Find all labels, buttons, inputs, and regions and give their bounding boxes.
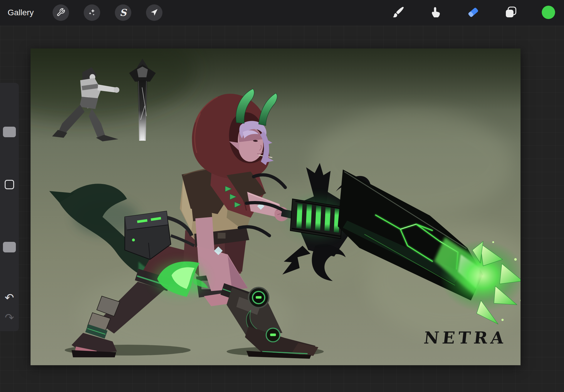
paintbrush-icon bbox=[391, 5, 405, 20]
artist-signature: NETRA bbox=[423, 328, 508, 348]
smudge-tool-button[interactable] bbox=[428, 5, 444, 21]
toolbar-right-group bbox=[390, 5, 556, 21]
brush-size-slider-handle[interactable] bbox=[3, 127, 16, 137]
transform-button[interactable] bbox=[146, 4, 162, 21]
signature-text: NETRA bbox=[423, 328, 508, 348]
layers-icon bbox=[504, 5, 518, 20]
eraser-icon bbox=[466, 5, 480, 20]
selection-s-icon: S bbox=[120, 8, 126, 17]
magic-wand-icon bbox=[88, 8, 96, 18]
brush-sidebar: ↶ ↷ bbox=[0, 83, 19, 331]
paint-tool-button[interactable] bbox=[390, 5, 406, 21]
adjustments-button[interactable] bbox=[84, 4, 100, 21]
painting-app-window: Gallery S bbox=[0, 0, 564, 392]
selection-button[interactable]: S bbox=[115, 4, 131, 21]
drawing-canvas[interactable]: NETRA bbox=[31, 48, 521, 365]
opacity-slider-handle[interactable] bbox=[3, 242, 16, 252]
undo-button[interactable]: ↶ bbox=[0, 291, 19, 304]
layers-button[interactable] bbox=[503, 5, 519, 21]
modify-button[interactable] bbox=[5, 180, 14, 189]
color-button[interactable] bbox=[540, 5, 556, 21]
erase-tool-button[interactable] bbox=[465, 5, 481, 21]
wrench-icon bbox=[56, 8, 65, 18]
smudge-finger-icon bbox=[429, 6, 442, 20]
color-swatch-circle bbox=[541, 5, 556, 21]
toolbar-left-group: Gallery S bbox=[8, 4, 162, 21]
top-toolbar: Gallery S bbox=[0, 0, 564, 25]
redo-button[interactable]: ↷ bbox=[0, 311, 19, 324]
gallery-button[interactable]: Gallery bbox=[8, 8, 34, 17]
actions-button[interactable] bbox=[53, 4, 69, 21]
transform-arrow-icon bbox=[150, 8, 159, 18]
artwork: NETRA bbox=[31, 48, 521, 365]
